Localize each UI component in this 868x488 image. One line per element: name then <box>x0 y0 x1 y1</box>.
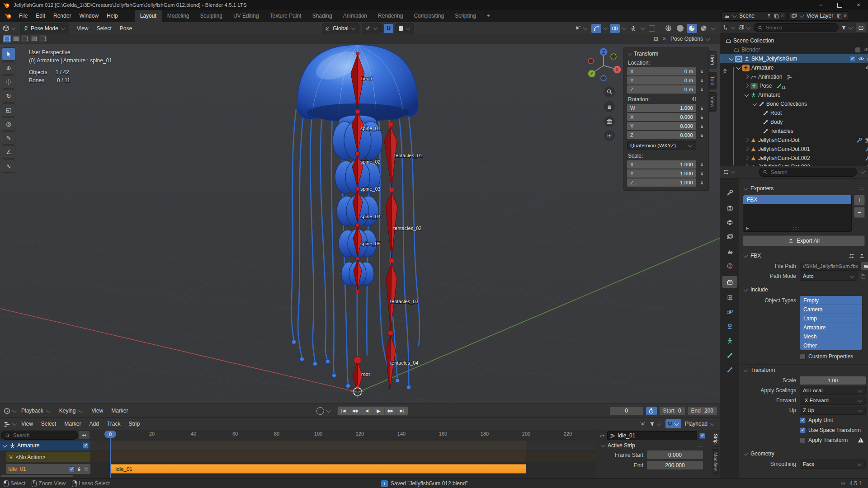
navigation-gizmo[interactable]: Z X Y <box>585 46 623 84</box>
lock-icon[interactable] <box>698 78 705 83</box>
menu-help[interactable]: Help <box>103 10 122 22</box>
pan-view-button[interactable] <box>604 101 615 112</box>
collapse-icon[interactable] <box>744 367 748 372</box>
npanel-tab-tool[interactable]: Tool <box>709 72 717 89</box>
rotation-mode-dropdown[interactable]: Quaternion (WXYZ) <box>627 141 696 150</box>
minimize-button[interactable]: − <box>811 0 830 10</box>
nla-menu-select[interactable]: Select <box>37 418 60 430</box>
select-mode-box[interactable] <box>12 35 20 42</box>
gizmo-dropdown[interactable] <box>604 26 608 30</box>
rotation-x-field[interactable]: X0.000 <box>627 113 696 121</box>
auto-key-toggle[interactable] <box>316 407 324 415</box>
tool-cursor[interactable]: ⊕ <box>2 61 15 75</box>
camera-view-button[interactable] <box>604 116 615 127</box>
custom-properties-checkbox[interactable] <box>800 354 806 360</box>
tab-object[interactable] <box>722 291 737 303</box>
scale-x-field[interactable]: X1.000 <box>627 160 696 169</box>
selectability-visibility-dropdown[interactable] <box>573 24 590 33</box>
tool-rotate[interactable]: ↻ <box>2 89 15 103</box>
strip-end-field[interactable]: 200.000 <box>647 461 703 469</box>
tool-extra[interactable]: ∿ <box>2 160 15 173</box>
nla-search-input[interactable] <box>12 432 74 438</box>
exporters-title[interactable]: Exporters <box>750 185 774 192</box>
grid-widget-icon[interactable]: ⊞ <box>654 36 658 42</box>
xray-toggle[interactable] <box>628 24 638 33</box>
outliner-row-body[interactable]: Body <box>720 117 868 127</box>
frame-start-field[interactable]: Start0 <box>660 407 685 415</box>
show-gizmo-toggle[interactable] <box>591 24 601 33</box>
nla-menu-track[interactable]: Track <box>103 418 125 430</box>
object-type-other[interactable]: Other <box>800 341 862 350</box>
shading-solid-button[interactable] <box>675 24 685 33</box>
apply-transform-checkbox[interactable] <box>800 437 806 443</box>
exporter-list[interactable]: FBX ▶ :::: <box>743 195 852 232</box>
gizmo-neg-z[interactable] <box>601 75 606 81</box>
collapse-icon[interactable] <box>744 287 748 291</box>
new-collection-button[interactable] <box>856 23 866 32</box>
current-frame-field[interactable]: 0 <box>610 407 643 415</box>
apply-scalings-dropdown[interactable]: All Local <box>800 386 866 395</box>
pin-icon[interactable] <box>766 13 772 19</box>
nla-track-armature[interactable]: Armature <box>0 441 90 450</box>
outliner-funnel-dropdown[interactable] <box>841 25 854 31</box>
lock-icon[interactable] <box>698 162 705 167</box>
viewport-menu-select[interactable]: Select <box>93 23 116 34</box>
nla-strip-idle[interactable]: Idle_01 <box>110 464 526 474</box>
tab-view-layer[interactable] <box>722 231 737 243</box>
outliner-row-blender[interactable]: Blender <box>720 45 868 54</box>
ortho-toggle-button[interactable]: ⊞ <box>604 130 615 141</box>
npanel-tab-view[interactable]: View <box>709 92 717 112</box>
scale-y-field[interactable]: Y1.000 <box>627 169 696 178</box>
tab-collection[interactable] <box>722 276 737 288</box>
tab-tool[interactable] <box>722 187 737 198</box>
lock-icon[interactable] <box>698 115 705 120</box>
strip-name-field[interactable]: Idle_01 <box>607 431 697 440</box>
snapping-dropdown[interactable] <box>665 419 681 428</box>
tab-sculpting[interactable]: Sculpting <box>195 10 228 22</box>
outliner-row-jellyfishgum-dot[interactable]: JellyfishGum-Dot <box>720 136 868 145</box>
outliner-search-input[interactable] <box>765 24 835 31</box>
tab-physics[interactable] <box>722 306 737 318</box>
nla-menu-marker[interactable]: Marker <box>60 418 85 430</box>
forward-dropdown[interactable]: -X Forward <box>800 396 866 405</box>
remove-view-layer-icon[interactable]: × <box>844 13 847 19</box>
clear-icon[interactable]: × <box>663 36 666 42</box>
tab-constraints[interactable] <box>722 320 737 332</box>
tool-transform[interactable]: ◎ <box>2 117 15 131</box>
up-dropdown[interactable]: Z Up <box>800 406 866 415</box>
object-type-armature[interactable]: Armature <box>800 323 862 332</box>
tab-scene[interactable] <box>722 245 737 257</box>
lock-icon[interactable] <box>698 69 705 74</box>
location-y-field[interactable]: Y0 m <box>627 76 696 84</box>
select-mode-paint[interactable] <box>39 35 47 42</box>
tab-texture-paint[interactable]: Texture Paint <box>264 10 307 22</box>
timeline-menu-marker[interactable]: Marker <box>107 405 132 417</box>
include-title[interactable]: Include <box>750 286 768 293</box>
exporter-item-fbx[interactable]: FBX <box>743 195 851 204</box>
properties-search[interactable] <box>759 168 857 177</box>
outliner-row-jellyfishgum-dot-002[interactable]: JellyfishGum-Dot.002 <box>720 154 868 163</box>
playhead-line[interactable] <box>110 436 111 478</box>
auto-key-dropdown[interactable] <box>326 408 331 413</box>
eye-icon[interactable] <box>865 65 868 71</box>
object-type-camera[interactable]: Camera <box>800 305 862 314</box>
shading-rendered-button[interactable] <box>698 24 709 33</box>
nla-track-idle[interactable]: Idle_01 ☆ <box>6 464 90 474</box>
tool-scale[interactable]: ◱ <box>2 103 15 117</box>
outliner-row-scene-collection[interactable]: Scene Collection <box>720 36 868 45</box>
gizmo-neg-y[interactable] <box>611 54 616 59</box>
outliner-row-animation[interactable]: Animation <box>720 72 868 81</box>
transform-title[interactable]: Transform <box>750 367 775 373</box>
timeline-menu-keying[interactable]: Keying <box>55 405 88 417</box>
strip-frame-start-field[interactable]: 0.000 <box>647 450 703 459</box>
tab-data-armature[interactable] <box>722 335 737 347</box>
collapse-icon[interactable] <box>744 451 748 455</box>
lock-icon[interactable] <box>698 133 705 138</box>
collapse-icon[interactable] <box>628 51 632 56</box>
select-mode-circle[interactable] <box>21 35 29 42</box>
select-mode-lasso[interactable] <box>30 35 38 42</box>
zoom-view-button[interactable] <box>604 86 615 97</box>
active-strip-title[interactable]: Active Strip <box>608 442 635 449</box>
modifier-wrench-icon[interactable] <box>865 155 868 161</box>
list-expand-icon[interactable]: ▶ <box>746 226 749 230</box>
